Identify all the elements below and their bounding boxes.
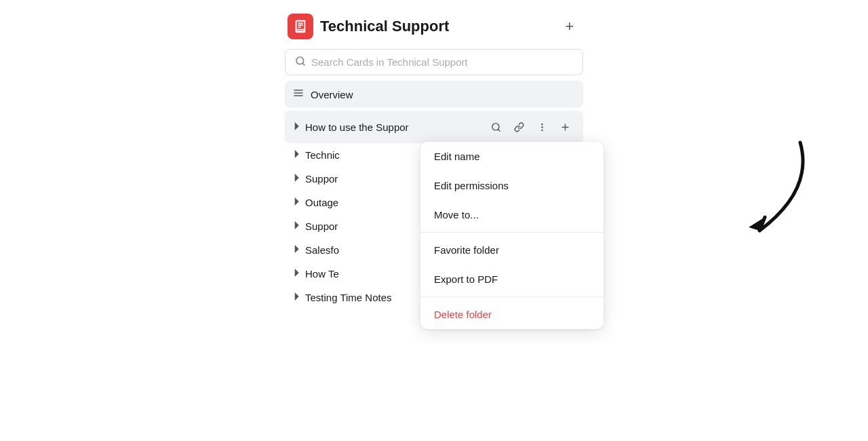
chevron-right-icon [293,122,300,132]
hamburger-icon [293,88,304,101]
folder-list: How to use the Suppor [285,111,583,309]
main-container: Technical Support + Search Cards in Tech… [0,0,868,441]
search-placeholder: Search Cards in Technical Support [311,56,468,68]
panel: Technical Support + Search Cards in Tech… [285,7,583,441]
folder-more-button[interactable] [532,117,552,137]
header: Technical Support + [285,7,583,49]
overview-label: Overview [311,89,353,100]
header-left: Technical Support [288,14,449,39]
add-button[interactable]: + [559,16,580,37]
folder-search-button[interactable] [486,117,506,137]
folder-label: How to use the Suppor [305,121,480,133]
book-icon [293,19,308,34]
menu-item-delete-folder[interactable]: Delete folder [420,300,604,329]
menu-item-edit-permissions[interactable]: Edit permissions [420,171,604,200]
page-title: Technical Support [320,18,449,35]
chevron-right-icon [293,292,300,303]
menu-item-move-to[interactable]: Move to... [420,200,604,229]
arrow-annotation [692,136,827,271]
overview-row[interactable]: Overview [285,81,583,108]
menu-divider-1 [420,232,604,233]
chevron-right-icon [293,197,300,208]
svg-line-1 [302,63,304,65]
chevron-right-icon [293,245,300,255]
folder-actions [486,117,575,137]
search-icon [295,56,306,69]
svg-point-9 [541,129,543,131]
svg-point-7 [541,123,543,125]
context-menu: Edit name Edit permissions Move to... Fa… [420,142,604,329]
app-icon [288,14,313,39]
folder-link-button[interactable] [509,117,529,137]
svg-line-6 [498,129,500,131]
chevron-right-icon [293,269,300,279]
search-bar[interactable]: Search Cards in Technical Support [285,49,583,75]
folder-row[interactable]: How to use the Suppor [285,111,583,143]
menu-item-edit-name[interactable]: Edit name [420,142,604,171]
folder-add-button[interactable] [555,117,575,137]
menu-divider-2 [420,296,604,297]
menu-item-export-pdf[interactable]: Export to PDF [420,265,604,294]
menu-item-favorite[interactable]: Favorite folder [420,235,604,265]
chevron-right-icon [293,150,300,160]
svg-point-8 [541,126,543,128]
chevron-right-icon [293,174,300,184]
chevron-right-icon [293,221,300,231]
